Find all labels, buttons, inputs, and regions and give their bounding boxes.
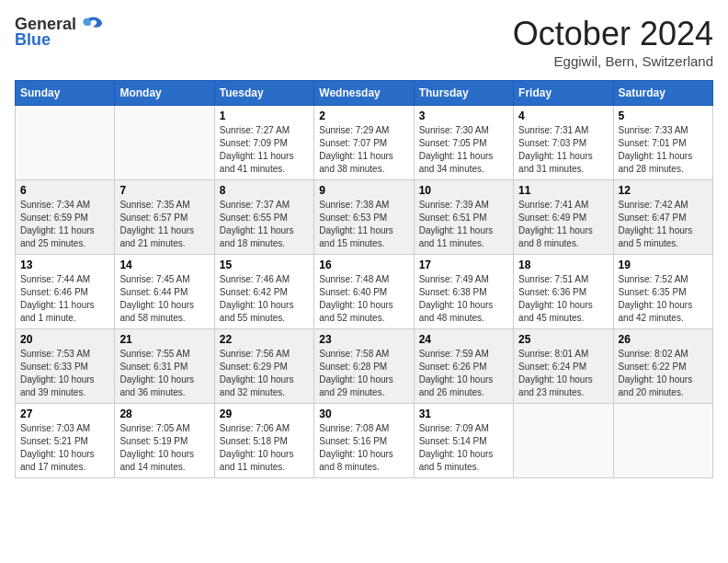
day-number: 12 <box>619 184 708 197</box>
day-info: Sunrise: 7:09 AMSunset: 5:14 PMDaylight:… <box>419 422 508 474</box>
calendar-cell: 14Sunrise: 7:45 AMSunset: 6:44 PMDayligh… <box>115 255 214 329</box>
day-info: Sunrise: 7:08 AMSunset: 5:16 PMDaylight:… <box>319 422 408 474</box>
day-info: Sunrise: 7:05 AMSunset: 5:19 PMDaylight:… <box>119 422 209 474</box>
day-info: Sunrise: 7:29 AMSunset: 7:07 PMDaylight:… <box>319 124 408 176</box>
day-info: Sunrise: 7:49 AMSunset: 6:38 PMDaylight:… <box>419 273 508 325</box>
day-info: Sunrise: 7:44 AMSunset: 6:46 PMDaylight:… <box>20 273 109 325</box>
col-header-thursday: Thursday <box>414 81 513 106</box>
day-number: 25 <box>518 333 608 346</box>
day-number: 23 <box>319 333 408 346</box>
calendar-cell: 26Sunrise: 8:02 AMSunset: 6:22 PMDayligh… <box>613 329 712 404</box>
calendar-cell: 21Sunrise: 7:55 AMSunset: 6:31 PMDayligh… <box>115 329 214 404</box>
day-info: Sunrise: 8:01 AMSunset: 6:24 PMDaylight:… <box>518 348 608 399</box>
calendar-cell: 12Sunrise: 7:42 AMSunset: 6:47 PMDayligh… <box>613 180 712 255</box>
col-header-wednesday: Wednesday <box>314 81 414 106</box>
day-info: Sunrise: 7:39 AMSunset: 6:51 PMDaylight:… <box>419 199 508 250</box>
day-info: Sunrise: 7:48 AMSunset: 6:40 PMDaylight:… <box>319 273 408 325</box>
calendar-cell: 15Sunrise: 7:46 AMSunset: 6:42 PMDayligh… <box>214 255 313 329</box>
calendar-cell: 28Sunrise: 7:05 AMSunset: 5:19 PMDayligh… <box>115 404 214 478</box>
calendar-cell: 30Sunrise: 7:08 AMSunset: 5:16 PMDayligh… <box>314 404 414 478</box>
day-number: 11 <box>518 184 608 197</box>
day-info: Sunrise: 7:41 AMSunset: 6:49 PMDaylight:… <box>518 199 608 250</box>
day-number: 26 <box>619 333 708 346</box>
day-number: 17 <box>419 259 508 271</box>
calendar-header-row: SundayMondayTuesdayWednesdayThursdayFrid… <box>16 81 713 106</box>
day-number: 16 <box>319 259 408 271</box>
logo-bird-icon <box>78 16 104 34</box>
calendar-week-1: 1Sunrise: 7:27 AMSunset: 7:09 PMDaylight… <box>16 106 713 180</box>
day-number: 24 <box>419 333 508 346</box>
day-number: 18 <box>518 259 608 271</box>
day-info: Sunrise: 7:38 AMSunset: 6:53 PMDaylight:… <box>319 199 408 250</box>
day-info: Sunrise: 7:06 AMSunset: 5:18 PMDaylight:… <box>220 422 309 474</box>
day-number: 19 <box>619 259 708 271</box>
day-number: 15 <box>220 259 309 271</box>
calendar-cell: 27Sunrise: 7:03 AMSunset: 5:21 PMDayligh… <box>16 404 115 478</box>
col-header-monday: Monday <box>115 81 214 106</box>
day-number: 22 <box>220 333 309 346</box>
calendar-cell: 29Sunrise: 7:06 AMSunset: 5:18 PMDayligh… <box>214 404 313 478</box>
logo-blue-text: Blue <box>15 30 51 50</box>
calendar-cell: 8Sunrise: 7:37 AMSunset: 6:55 PMDaylight… <box>214 180 313 255</box>
col-header-friday: Friday <box>514 81 613 106</box>
day-number: 14 <box>119 259 209 271</box>
calendar-cell: 5Sunrise: 7:33 AMSunset: 7:01 PMDaylight… <box>613 106 712 180</box>
col-header-tuesday: Tuesday <box>214 81 313 106</box>
calendar-week-3: 13Sunrise: 7:44 AMSunset: 6:46 PMDayligh… <box>16 255 713 329</box>
day-info: Sunrise: 7:03 AMSunset: 5:21 PMDaylight:… <box>20 422 109 474</box>
day-info: Sunrise: 7:58 AMSunset: 6:28 PMDaylight:… <box>319 348 408 399</box>
day-number: 30 <box>319 408 408 420</box>
day-info: Sunrise: 7:52 AMSunset: 6:35 PMDaylight:… <box>619 273 708 325</box>
day-number: 28 <box>119 408 209 420</box>
day-info: Sunrise: 7:27 AMSunset: 7:09 PMDaylight:… <box>220 124 309 176</box>
calendar-cell <box>16 106 115 180</box>
calendar-cell: 17Sunrise: 7:49 AMSunset: 6:38 PMDayligh… <box>414 255 513 329</box>
calendar-cell <box>514 404 613 478</box>
day-info: Sunrise: 7:37 AMSunset: 6:55 PMDaylight:… <box>220 199 309 250</box>
day-info: Sunrise: 8:02 AMSunset: 6:22 PMDaylight:… <box>619 348 708 399</box>
day-info: Sunrise: 7:33 AMSunset: 7:01 PMDaylight:… <box>619 124 708 176</box>
day-number: 4 <box>518 109 608 122</box>
calendar-cell: 1Sunrise: 7:27 AMSunset: 7:09 PMDaylight… <box>214 106 313 180</box>
calendar-cell: 13Sunrise: 7:44 AMSunset: 6:46 PMDayligh… <box>16 255 115 329</box>
calendar-cell: 18Sunrise: 7:51 AMSunset: 6:36 PMDayligh… <box>514 255 613 329</box>
day-number: 10 <box>419 184 508 197</box>
col-header-saturday: Saturday <box>613 81 712 106</box>
day-number: 29 <box>220 408 309 420</box>
calendar-cell: 11Sunrise: 7:41 AMSunset: 6:49 PMDayligh… <box>514 180 613 255</box>
calendar-table: SundayMondayTuesdayWednesdayThursdayFrid… <box>15 80 713 478</box>
calendar-cell: 10Sunrise: 7:39 AMSunset: 6:51 PMDayligh… <box>414 180 513 255</box>
calendar-cell: 3Sunrise: 7:30 AMSunset: 7:05 PMDaylight… <box>414 106 513 180</box>
day-number: 7 <box>119 184 209 197</box>
calendar-cell: 2Sunrise: 7:29 AMSunset: 7:07 PMDaylight… <box>314 106 414 180</box>
day-info: Sunrise: 7:46 AMSunset: 6:42 PMDaylight:… <box>220 273 309 325</box>
calendar-cell: 7Sunrise: 7:35 AMSunset: 6:57 PMDaylight… <box>115 180 214 255</box>
day-info: Sunrise: 7:53 AMSunset: 6:33 PMDaylight:… <box>20 348 109 399</box>
calendar-cell: 25Sunrise: 8:01 AMSunset: 6:24 PMDayligh… <box>514 329 613 404</box>
page-header: General Blue October 2024 Eggiwil, Bern,… <box>15 15 713 69</box>
calendar-week-2: 6Sunrise: 7:34 AMSunset: 6:59 PMDaylight… <box>16 180 713 255</box>
day-info: Sunrise: 7:51 AMSunset: 6:36 PMDaylight:… <box>518 273 608 325</box>
title-block: October 2024 Eggiwil, Bern, Switzerland <box>513 15 713 69</box>
day-number: 13 <box>20 259 109 271</box>
day-info: Sunrise: 7:30 AMSunset: 7:05 PMDaylight:… <box>419 124 508 176</box>
day-number: 6 <box>20 184 109 197</box>
calendar-cell <box>613 404 712 478</box>
logo: General Blue <box>15 15 104 50</box>
day-number: 8 <box>220 184 309 197</box>
calendar-cell: 24Sunrise: 7:59 AMSunset: 6:26 PMDayligh… <box>414 329 513 404</box>
calendar-cell: 20Sunrise: 7:53 AMSunset: 6:33 PMDayligh… <box>16 329 115 404</box>
day-number: 31 <box>419 408 508 420</box>
calendar-cell: 9Sunrise: 7:38 AMSunset: 6:53 PMDaylight… <box>314 180 414 255</box>
day-info: Sunrise: 7:31 AMSunset: 7:03 PMDaylight:… <box>518 124 608 176</box>
day-number: 9 <box>319 184 408 197</box>
calendar-cell: 16Sunrise: 7:48 AMSunset: 6:40 PMDayligh… <box>314 255 414 329</box>
calendar-cell: 19Sunrise: 7:52 AMSunset: 6:35 PMDayligh… <box>613 255 712 329</box>
day-info: Sunrise: 7:45 AMSunset: 6:44 PMDaylight:… <box>119 273 209 325</box>
day-number: 1 <box>220 109 309 122</box>
day-number: 3 <box>419 109 508 122</box>
calendar-cell: 6Sunrise: 7:34 AMSunset: 6:59 PMDaylight… <box>16 180 115 255</box>
calendar-cell: 23Sunrise: 7:58 AMSunset: 6:28 PMDayligh… <box>314 329 414 404</box>
calendar-cell: 4Sunrise: 7:31 AMSunset: 7:03 PMDaylight… <box>514 106 613 180</box>
day-info: Sunrise: 7:34 AMSunset: 6:59 PMDaylight:… <box>20 199 109 250</box>
